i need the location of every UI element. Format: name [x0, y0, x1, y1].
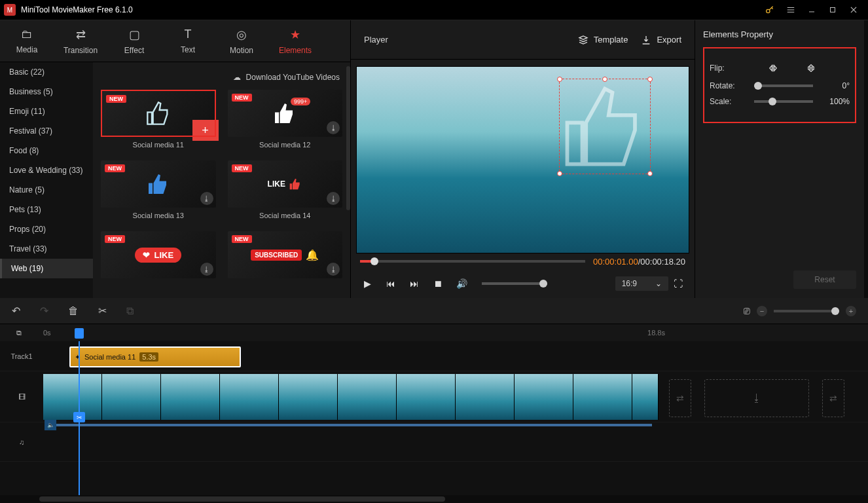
asset-scrollbar[interactable]: [346, 66, 350, 210]
asset-card-15[interactable]: NEW ❤ LIKE ⭳: [101, 231, 216, 278]
asset-card-11[interactable]: NEW + Social media 11: [101, 90, 216, 149]
volume-slider[interactable]: [482, 282, 547, 285]
rotate-handle[interactable]: [602, 77, 607, 82]
star-icon: ★: [290, 28, 300, 42]
asset-thumb[interactable]: NEW LIKE ⭳: [228, 160, 343, 208]
flip-horizontal-button[interactable]: [765, 62, 782, 75]
svg-rect-1: [831, 8, 835, 12]
element-selection-box[interactable]: [559, 79, 651, 174]
category-list[interactable]: Basic (22) Business (5) Emoji (11) Festi…: [0, 62, 93, 298]
download-youtube-link[interactable]: ☁ Download YouTube Videos: [101, 69, 342, 90]
new-badge: NEW: [232, 94, 252, 102]
zoom-out-button[interactable]: −: [757, 306, 767, 316]
tab-text[interactable]: TText: [161, 22, 215, 61]
cat-nature[interactable]: Nature (5): [0, 180, 93, 200]
seek-knob[interactable]: [371, 257, 378, 265]
cat-festival[interactable]: Festival (37): [0, 121, 93, 141]
aspect-ratio-select[interactable]: 16:9⌄: [615, 276, 668, 291]
zoom-in-button[interactable]: +: [846, 306, 856, 316]
transition-slot[interactable]: ⇄: [669, 379, 691, 417]
download-icon[interactable]: ⭳: [327, 121, 340, 134]
scale-label: Scale:: [710, 97, 744, 106]
redo-button[interactable]: ↷: [40, 305, 48, 317]
video-track-icon: 🎞: [0, 393, 43, 401]
effect-icon: ▢: [129, 28, 140, 42]
resize-handle[interactable]: [647, 77, 653, 82]
close-button[interactable]: [843, 1, 864, 18]
add-asset-button[interactable]: +: [194, 121, 217, 140]
transition-slot[interactable]: ⇄: [822, 379, 844, 417]
add-media-button[interactable]: ⧉: [12, 327, 26, 339]
menu-icon[interactable]: [780, 1, 801, 18]
cat-props[interactable]: Props (20): [0, 219, 93, 239]
asset-thumb[interactable]: NEW ❤ LIKE ⭳: [101, 231, 216, 278]
element-clip[interactable]: ✦ Social media 11 5.3s: [69, 346, 241, 367]
cat-basic[interactable]: Basic (22): [0, 62, 93, 82]
split-playhead-icon[interactable]: ✂: [73, 412, 85, 422]
activate-key-icon[interactable]: [759, 1, 780, 18]
next-frame-button[interactable]: ⏭: [408, 278, 420, 289]
tab-media[interactable]: 🗀Media: [0, 22, 54, 61]
scale-slider[interactable]: [754, 100, 813, 103]
minimize-button[interactable]: [801, 1, 822, 18]
export-button[interactable]: Export: [641, 35, 681, 45]
timeline-ruler[interactable]: ⧉ 0s 18.8s: [0, 324, 868, 341]
as, set-thumb[interactable]: NEW 999+ ⭳: [228, 90, 343, 137]
undo-button[interactable]: ↶: [12, 305, 20, 317]
seek-track[interactable]: [360, 260, 585, 263]
zoom-slider[interactable]: [774, 310, 839, 312]
preview-canvas[interactable]: [356, 66, 689, 253]
asset-thumb[interactable]: NEW ⭳: [101, 160, 216, 208]
cat-business[interactable]: Business (5): [0, 82, 93, 102]
download-icon[interactable]: ⭳: [200, 263, 213, 276]
asset-card-13[interactable]: NEW ⭳ Social media 13: [101, 160, 216, 219]
track-row-elements[interactable]: Track1 ✦ Social media 11 5.3s: [0, 341, 868, 371]
cat-love[interactable]: Love & Wedding (33): [0, 160, 93, 180]
resize-handle[interactable]: [557, 77, 562, 82]
delete-button[interactable]: 🗑: [68, 305, 79, 317]
speaker-icon[interactable]: 🔈: [45, 420, 56, 430]
download-icon[interactable]: ⭳: [200, 192, 213, 205]
reset-button[interactable]: Reset: [793, 270, 856, 289]
audio-waveform[interactable]: [56, 424, 652, 426]
flip-vertical-button[interactable]: [803, 62, 820, 75]
asset-thumb[interactable]: NEW SUBSCRIBED 🔔 ⭳: [228, 231, 343, 278]
template-button[interactable]: Template: [578, 35, 628, 45]
cat-food[interactable]: Food (8): [0, 141, 93, 160]
tab-effect[interactable]: ▢Effect: [107, 22, 161, 61]
prev-frame-button[interactable]: ⏮: [385, 278, 397, 289]
maximize-button[interactable]: [822, 1, 843, 18]
asset-card-16[interactable]: NEW SUBSCRIBED 🔔 ⭳: [228, 231, 343, 278]
split-button[interactable]: ✂: [98, 305, 107, 317]
video-clip[interactable]: [43, 374, 659, 420]
timeline-horizontal-scrollbar[interactable]: [0, 495, 868, 503]
cat-pets[interactable]: Pets (13): [0, 200, 93, 219]
download-icon[interactable]: ⭳: [327, 263, 340, 276]
cat-emoji[interactable]: Emoji (11): [0, 102, 93, 121]
tab-label: Media: [16, 45, 38, 54]
fullscreen-button[interactable]: ⛶: [672, 278, 684, 289]
tab-elements[interactable]: ★Elements: [268, 22, 322, 61]
resize-handle[interactable]: [557, 171, 562, 176]
app-logo-icon: M: [4, 4, 16, 16]
seek-bar[interactable]: 00:00:01.00 / 00:00:18.20: [356, 253, 689, 269]
tab-motion[interactable]: ◎Motion: [215, 22, 268, 61]
play-button[interactable]: ▶: [361, 278, 373, 289]
playhead[interactable]: ✂: [79, 341, 80, 495]
asset-card-12[interactable]: NEW 999+ ⭳ Social media 12: [228, 90, 343, 149]
download-icon[interactable]: ⭳: [327, 192, 340, 205]
cat-travel[interactable]: Travel (33): [0, 239, 93, 259]
tab-label: Transition: [63, 46, 98, 55]
media-drop-slot[interactable]: ⭳: [704, 379, 809, 417]
timeline-tracks[interactable]: ✂ Track1 ✦ Social media 11 5.3s 🎞 🔈 ⇄ ⭳ …: [0, 341, 868, 495]
crop-button[interactable]: ⧉: [126, 305, 134, 317]
volume-icon[interactable]: 🔊: [456, 278, 467, 289]
resize-handle[interactable]: [647, 171, 653, 176]
track-row-audio[interactable]: ♫: [0, 422, 868, 462]
tab-transition[interactable]: ⇄Transition: [54, 22, 107, 61]
fit-button[interactable]: ⎚: [744, 305, 750, 317]
cat-web[interactable]: Web (19): [0, 259, 93, 278]
stop-button[interactable]: ⏹: [432, 278, 444, 289]
rotate-slider[interactable]: [754, 84, 813, 87]
asset-card-14[interactable]: NEW LIKE ⭳ Social media 14: [228, 160, 343, 219]
